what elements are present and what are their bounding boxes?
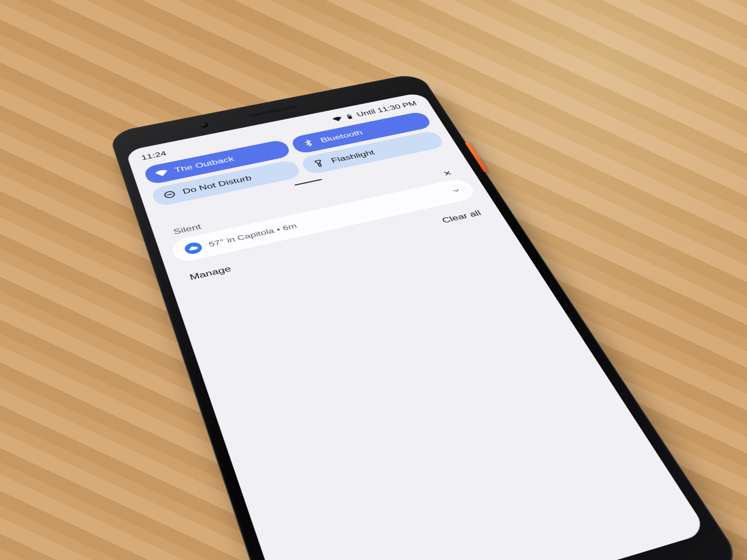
- qs-tile-label: Bluetooth: [319, 129, 364, 144]
- flashlight-icon: [311, 159, 327, 168]
- bluetooth-icon: [301, 138, 316, 147]
- svg-line-2: [319, 163, 320, 164]
- dismiss-section-button[interactable]: [438, 167, 457, 179]
- notification-age: 6m: [281, 222, 298, 232]
- close-icon: [441, 169, 454, 177]
- wifi-status-icon: [332, 115, 343, 122]
- chevron-down-icon: [450, 187, 463, 195]
- phone-device: 11:24 Until 11:30 PM The Outback: [108, 72, 747, 560]
- notification-title: 57° in Capitola: [208, 227, 276, 248]
- battery-status-icon: [344, 113, 355, 120]
- qs-tile-label: The Outback: [173, 155, 235, 174]
- clock: 11:24: [140, 150, 168, 161]
- weather-app-icon: [183, 241, 204, 255]
- svg-line-4: [444, 171, 451, 175]
- cloud-icon: [187, 244, 200, 252]
- wifi-icon: [154, 168, 169, 178]
- notif-section-label: Silent: [172, 223, 203, 236]
- qs-tile-label: Do Not Disturb: [181, 174, 253, 195]
